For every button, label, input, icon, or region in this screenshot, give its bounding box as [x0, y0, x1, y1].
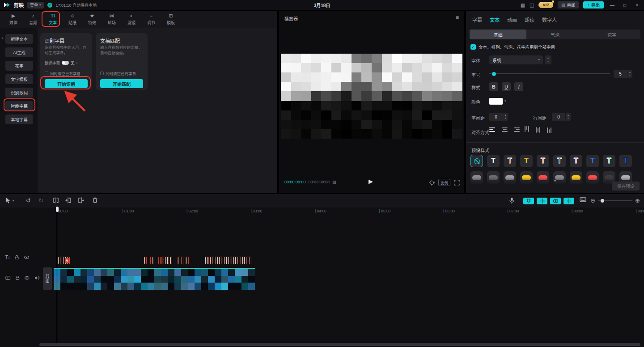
- zoom-out-icon[interactable]: ⊖: [590, 197, 595, 204]
- font-select[interactable]: 系统 ▾: [489, 55, 543, 64]
- horizontal-scrollbar[interactable]: [39, 343, 640, 346]
- preset-style-7[interactable]: T: [586, 155, 599, 167]
- preset-style-8[interactable]: T: [603, 155, 615, 167]
- vip-badge[interactable]: VIP: [538, 2, 553, 8]
- playhead[interactable]: [57, 207, 57, 343]
- timeline-zoom-slider[interactable]: [598, 197, 632, 204]
- trim-left-button[interactable]: [65, 197, 72, 203]
- collapse-caret-icon[interactable]: ▸: [2, 36, 4, 40]
- translate-toggle[interactable]: [62, 61, 69, 65]
- letter-spacing-input[interactable]: 0: [489, 113, 503, 121]
- translate-value[interactable]: 无: [71, 60, 75, 65]
- font-size-input[interactable]: 5: [614, 70, 627, 78]
- main-track-magnet-toggle[interactable]: [523, 198, 534, 204]
- subtitle-clip-7[interactable]: [186, 257, 189, 264]
- subtitle-clip-2[interactable]: [150, 257, 153, 264]
- fullscreen-icon[interactable]: [454, 180, 460, 186]
- preset-style-5[interactable]: T: [553, 155, 566, 167]
- subtitle-clip-5[interactable]: [170, 257, 172, 264]
- media-tab-text[interactable]: TI文本: [43, 11, 63, 28]
- preset-style-0[interactable]: [470, 155, 483, 167]
- mirror-preview-icon[interactable]: [429, 180, 435, 186]
- close-button[interactable]: ×: [633, 3, 641, 8]
- visibility-icon[interactable]: [24, 275, 30, 280]
- record-voiceover-icon[interactable]: [509, 197, 515, 204]
- frame-view-icon[interactable]: ▤: [332, 180, 336, 184]
- clear-existing-checkbox[interactable]: [45, 72, 48, 75]
- media-tab-filter[interactable]: ◐滤镜: [122, 11, 141, 28]
- zoom-in-icon[interactable]: ⊕: [635, 197, 640, 204]
- font-stepper[interactable]: ▴▾: [545, 55, 551, 64]
- align-top-icon[interactable]: [523, 126, 531, 133]
- sidebar-item-1[interactable]: AI生成: [5, 47, 33, 57]
- mute-icon[interactable]: [34, 275, 40, 280]
- layout-panels-icon[interactable]: ◫: [530, 2, 534, 8]
- subtitle-clip-6[interactable]: [178, 257, 183, 264]
- menu-button[interactable]: 菜单 ▾: [27, 2, 44, 8]
- linkage-toggle[interactable]: [550, 198, 561, 204]
- preset-style-1[interactable]: T: [487, 155, 500, 167]
- subtab-0[interactable]: 基础: [470, 30, 526, 39]
- preview-axis-toggle[interactable]: [564, 198, 574, 204]
- auto-snap-toggle[interactable]: [537, 198, 547, 204]
- playhead-handle[interactable]: [56, 207, 59, 212]
- preset-style-4[interactable]: T: [537, 155, 549, 167]
- media-tab-adjust[interactable]: ≡调节: [141, 11, 161, 28]
- save-preset-button[interactable]: 保存预设: [612, 182, 640, 190]
- align-center-icon[interactable]: [500, 126, 508, 133]
- line-spacing-stepper[interactable]: ▴▾: [565, 113, 571, 121]
- align-middle-icon[interactable]: [534, 126, 542, 133]
- media-tab-effects[interactable]: ★特效: [82, 11, 102, 28]
- align-bottom-icon[interactable]: [545, 126, 553, 133]
- shortcut-keyboard-icon[interactable]: [580, 197, 586, 202]
- subtab-1[interactable]: 气泡: [526, 30, 583, 39]
- inspector-tab-0[interactable]: 字幕: [472, 16, 482, 23]
- letter-spacing-stepper[interactable]: ▴▾: [503, 113, 508, 121]
- media-tab-transition[interactable]: ⋈转场: [102, 11, 122, 28]
- sidebar-item-2[interactable]: 花字: [5, 61, 33, 71]
- media-tab-sticker[interactable]: ☺贴纸: [63, 11, 82, 28]
- font-size-stepper[interactable]: ▴▾: [627, 70, 632, 78]
- inspector-tab-2[interactable]: 动画: [507, 16, 517, 23]
- select-tool[interactable]: ▾: [5, 197, 14, 204]
- apply-all-checkbox[interactable]: ✓: [470, 44, 476, 50]
- timeline-ruler[interactable]: 00:00| 01:00| 02:00| 03:00| 04:00| 05:00…: [0, 207, 644, 215]
- lock-icon[interactable]: [14, 255, 19, 260]
- align-right-icon[interactable]: [512, 126, 520, 133]
- media-tab-media[interactable]: ▶媒体: [4, 11, 23, 28]
- preset-style-2[interactable]: T: [504, 155, 516, 167]
- underline-button[interactable]: U: [502, 82, 511, 91]
- cover-button[interactable]: 封面: [43, 267, 52, 290]
- italic-button[interactable]: I: [514, 82, 523, 91]
- media-tab-audio[interactable]: ♪音频: [23, 11, 43, 28]
- preset-style-3[interactable]: T: [520, 155, 533, 167]
- undo-button[interactable]: ↺: [26, 197, 31, 204]
- sidebar-item-0[interactable]: 新建文本: [5, 34, 33, 44]
- sidebar-item-3[interactable]: 文字模板: [5, 74, 33, 84]
- review-button[interactable]: ▤ 审阅: [558, 1, 579, 8]
- subtitle-clip-8[interactable]: [205, 257, 209, 264]
- redo-button[interactable]: ↻: [38, 197, 43, 204]
- sidebar-item-4[interactable]: 识别歌词: [5, 88, 33, 97]
- trim-right-button[interactable]: [78, 197, 84, 203]
- media-tab-template[interactable]: ⊞模板: [161, 11, 181, 28]
- subtitle-clip-0[interactable]: A: [58, 257, 70, 264]
- subtitle-clip-4[interactable]: [161, 257, 169, 264]
- play-button[interactable]: ▶: [369, 178, 373, 185]
- minimize-button[interactable]: —: [608, 3, 616, 8]
- start-match-button[interactable]: 开始匹配: [100, 79, 143, 88]
- ratio-button[interactable]: 比例: [438, 179, 450, 186]
- lock-icon[interactable]: [15, 275, 20, 280]
- align-left-icon[interactable]: [489, 126, 497, 133]
- preset-style-9[interactable]: T: [619, 155, 632, 167]
- split-button[interactable]: [53, 197, 59, 203]
- line-spacing-input[interactable]: 0: [552, 113, 565, 121]
- visibility-icon[interactable]: [24, 255, 30, 260]
- subtitle-clip-1[interactable]: [144, 257, 147, 264]
- inspector-tab-1[interactable]: 文本: [490, 16, 500, 23]
- font-size-slider[interactable]: [489, 70, 610, 78]
- expand-presets-icon[interactable]: ▾: [554, 179, 556, 183]
- bold-button[interactable]: B: [489, 82, 498, 91]
- start-recognize-button[interactable]: 开始识别: [45, 79, 88, 88]
- clear-existing-checkbox[interactable]: [100, 72, 104, 75]
